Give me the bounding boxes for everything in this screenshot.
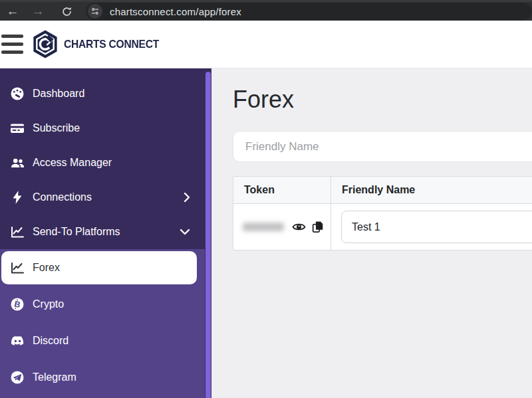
sidebar-scrollbar[interactable]	[205, 68, 211, 398]
sidebar-item-connections[interactable]: Connections	[0, 180, 205, 215]
credit-card-icon	[9, 121, 25, 136]
sidebar-item-label: Send-To Platforms	[33, 226, 120, 238]
bitcoin-icon: B	[9, 297, 25, 312]
sidebar-item-label: Access Manager	[33, 157, 112, 169]
sidebar-item-label: Forex	[33, 262, 60, 274]
column-header-token: Token	[233, 177, 331, 203]
eye-icon	[292, 220, 306, 234]
browser-toolbar: ← → chartsconnect.com/app/forex	[0, 0, 532, 21]
send-to-platforms-submenu: Forex B Crypto	[0, 249, 205, 398]
sidebar-item-crypto[interactable]: B Crypto	[0, 286, 205, 322]
browser-refresh-button[interactable]	[55, 3, 78, 20]
token-cell	[233, 204, 331, 250]
sidebar-item-label: Subscribe	[33, 122, 80, 134]
people-icon	[9, 155, 25, 170]
sidebar-item-access-manager[interactable]: Access Manager	[0, 146, 205, 180]
browser-back-button[interactable]: ←	[1, 3, 24, 20]
address-bar[interactable]: chartsconnect.com/app/forex	[86, 3, 532, 20]
sidebar-item-subscribe[interactable]: Subscribe	[0, 111, 205, 146]
chart-line-icon	[9, 260, 25, 275]
sidebar-item-dashboard[interactable]: Dashboard	[0, 76, 205, 111]
telegram-icon	[9, 370, 25, 385]
chevron-right-icon	[184, 192, 190, 203]
sidebar-item-discord[interactable]: Discord	[0, 322, 205, 359]
browser-forward-button[interactable]: →	[27, 3, 49, 20]
refresh-icon	[61, 6, 72, 17]
friendly-name-filter-input[interactable]	[233, 131, 532, 162]
sidebar-item-label: Crypto	[33, 298, 64, 310]
tune-icon	[90, 7, 100, 16]
chevron-down-icon	[180, 229, 190, 235]
sidebar-item-label: Dashboard	[33, 88, 84, 100]
url-text: chartsconnect.com/app/forex	[110, 6, 241, 17]
column-header-friendly-name: Friendly Name	[331, 177, 532, 203]
sidebar-item-send-to-platforms[interactable]: Send-To Platforms	[0, 215, 205, 249]
sidebar-scrollbar-thumb[interactable]	[205, 72, 211, 398]
sidebar-item-forex[interactable]: Forex	[1, 251, 197, 284]
brand-logo[interactable]: CHARTS CONNECT	[32, 29, 167, 59]
main-content: Forex Token Friendly Name	[211, 68, 532, 398]
sidebar: Dashboard Subscribe	[0, 68, 211, 398]
sidebar-item-telegram[interactable]: Telegram	[0, 359, 205, 395]
hamburger-menu-button[interactable]	[1, 32, 25, 56]
table-header-row: Token Friendly Name	[233, 177, 532, 204]
friendly-name-value-input[interactable]	[341, 211, 532, 243]
reveal-token-button[interactable]	[292, 220, 306, 234]
site-settings-button[interactable]	[88, 4, 102, 19]
friendly-name-cell	[331, 204, 532, 250]
app-header: CHARTS CONNECT	[0, 21, 532, 68]
sidebar-item-label: Connections	[33, 191, 92, 203]
chart-line-icon	[9, 225, 25, 239]
table-row	[233, 204, 532, 250]
dashboard-gauge-icon	[9, 86, 25, 101]
tokens-table: Token Friendly Name	[233, 176, 532, 250]
sidebar-item-label: Telegram	[33, 371, 76, 383]
lightning-icon	[9, 190, 25, 205]
discord-icon	[9, 334, 25, 348]
token-masked-value	[243, 223, 284, 231]
sidebar-item-label: Discord	[33, 335, 68, 347]
copy-token-button[interactable]	[311, 220, 325, 234]
brand-name: CHARTS CONNECT	[64, 38, 159, 51]
hexagon-logo-icon	[32, 29, 59, 59]
copy-icon	[311, 220, 325, 234]
page-title: Forex	[233, 86, 532, 114]
